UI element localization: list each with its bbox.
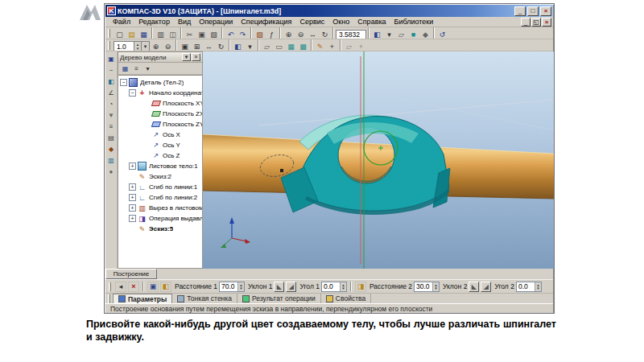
cut-icon[interactable]: ✂ <box>184 29 196 39</box>
spinner-icon[interactable]: ▴▾ <box>432 282 439 291</box>
zoom-in-icon[interactable]: ⊕ <box>150 41 162 51</box>
direction1-icon[interactable]: ◧ <box>160 282 171 292</box>
slope1-outward-icon[interactable]: ◢ <box>286 282 296 292</box>
tree-item[interactable]: + Листовое тело:1 <box>118 161 202 171</box>
tree-composition-icon[interactable]: ≡ <box>131 64 142 74</box>
pan-hand-icon[interactable]: ↔ <box>203 41 215 51</box>
spinner-icon[interactable]: ▴▾ <box>535 282 541 291</box>
paste-icon[interactable]: ▨ <box>208 29 220 39</box>
spinner-icon[interactable]: ▴▾ <box>134 42 141 51</box>
tree-panel-close-icon[interactable]: × <box>192 53 200 61</box>
menu-specification[interactable]: Спецификация <box>237 18 295 26</box>
zoom-out-icon[interactable]: ⊖ <box>162 41 174 51</box>
tree-item[interactable]: + Плоскость XY <box>118 98 202 109</box>
tree-item[interactable]: + ∟ Сгиб по линии:1 <box>118 182 202 192</box>
drag-handle[interactable] <box>280 169 283 172</box>
display-halftone-icon[interactable]: ▩ <box>297 41 309 51</box>
save-icon[interactable]: ▦ <box>138 29 150 39</box>
perspective-icon[interactable]: ◆ <box>419 29 431 39</box>
minimize-button[interactable]: _ <box>514 6 526 16</box>
edit-part-icon[interactable]: ▣ <box>106 54 117 64</box>
tree-item[interactable]: + Плоскость ZY <box>118 119 202 130</box>
conditional-marks-icon[interactable]: ◆ <box>106 144 117 154</box>
toolbar-grip[interactable] <box>108 41 110 50</box>
zoom-in-icon[interactable]: ⊕ <box>283 29 295 39</box>
distance2-input[interactable]: 30.0 ▴▾ <box>414 282 440 292</box>
measurements-icon[interactable]: ◔ <box>106 99 117 109</box>
print-icon[interactable]: ▥ <box>155 29 167 39</box>
tab-thin-wall[interactable]: Тонкая стенка <box>172 294 237 303</box>
angle2-input[interactable]: 0.0 ▴▾ <box>516 282 542 292</box>
rotate-icon[interactable]: ↻ <box>319 29 331 39</box>
expand-icon[interactable]: + <box>129 204 136 212</box>
tree-item[interactable]: + ∟ Сгиб по линии:2 <box>118 192 202 203</box>
menu-help[interactable]: Справка <box>353 18 390 26</box>
abort-command-icon[interactable]: × <box>128 282 139 292</box>
tab-properties[interactable]: Свойства <box>321 294 371 303</box>
sketch-reference-icon[interactable]: ▣ <box>147 282 159 292</box>
menu-view[interactable]: Вид <box>174 18 195 26</box>
expand-icon[interactable]: + <box>129 162 136 170</box>
tree-item[interactable]: + ◨ Операция выдавливания:1 <box>118 213 202 224</box>
rebuild-icon[interactable]: ↺ <box>436 29 448 39</box>
slope2-inward-icon[interactable]: ◣ <box>469 282 479 292</box>
undo-icon[interactable]: ↶ <box>225 29 237 39</box>
toolbar-grip[interactable] <box>108 29 110 38</box>
close-button[interactable]: × <box>540 6 551 16</box>
orientation-arrow-icon[interactable]: ▾ <box>244 41 256 51</box>
mdi-close-button[interactable]: × <box>542 18 551 27</box>
copy-icon[interactable]: ▣ <box>196 29 208 39</box>
toolbar-grip[interactable] <box>108 294 110 303</box>
zoom-selected-icon[interactable]: ▣ <box>179 41 191 51</box>
preview-icon[interactable]: ◫ <box>167 29 179 39</box>
document-manager-icon[interactable]: ▧ <box>254 29 266 39</box>
tree-item-selected[interactable]: + ✎ Эскиз:5 <box>118 224 202 234</box>
sheet-metal-icon[interactable]: ▥ <box>106 155 117 166</box>
shaded-icon[interactable]: ■ <box>407 29 419 39</box>
expand-icon[interactable]: + <box>129 215 136 222</box>
auxiliary-geometry-icon[interactable]: ∠ <box>106 88 117 98</box>
tree-relations-icon[interactable]: ▾ <box>142 64 153 74</box>
display-shaded-icon[interactable]: ▦ <box>285 41 297 51</box>
macro-elements-icon[interactable]: ● <box>106 167 117 177</box>
command-options-icon[interactable]: ◂ <box>115 282 126 292</box>
zoom-scale-combo[interactable]: 1.0▴▾▾ <box>114 41 150 51</box>
spinner-icon[interactable]: ▴▾ <box>340 282 346 291</box>
direction2-icon[interactable]: ◨ <box>355 282 366 292</box>
expand-icon[interactable]: + <box>129 194 136 201</box>
hide-axes-icon[interactable]: + <box>355 41 367 51</box>
build-panel-tab[interactable]: Построение <box>105 269 157 279</box>
specification-icon[interactable]: ≡ <box>106 121 117 132</box>
tree-panel-header[interactable]: Дерево модели ▾ × <box>118 52 202 63</box>
tree-item[interactable]: − + Начало координат <box>118 88 202 98</box>
tree-item[interactable]: + ↗ Ось Z <box>118 150 202 161</box>
3d-viewport[interactable] <box>203 51 554 269</box>
cursor-step-field[interactable]: 3.5832 <box>336 30 366 40</box>
tab-operation-result[interactable]: Результат операции <box>237 294 321 303</box>
filters-icon[interactable]: ▼ <box>106 110 117 121</box>
slope2-outward-icon[interactable]: ◢ <box>481 282 491 292</box>
spinner-icon[interactable]: ▴▾ <box>237 282 244 291</box>
reports-icon[interactable]: ▤ <box>106 133 117 143</box>
title-bar[interactable]: K КОМПАС-3D V10 (ЗАЩИТА) - [Шпингалет.m3… <box>105 5 553 17</box>
tree-panel-options-icon[interactable]: ▾ <box>182 53 191 61</box>
orientation-icon[interactable]: ◧ <box>371 29 383 39</box>
distance1-input[interactable]: 70.0 ▴▾ <box>219 282 245 292</box>
new-document-icon[interactable]: ▢ <box>114 29 126 39</box>
tree-item[interactable]: + ↗ Ось X <box>118 130 202 140</box>
angle1-input[interactable]: 0.0 ▴▾ <box>321 282 347 292</box>
mdi-minimize-button[interactable]: _ <box>521 18 530 27</box>
orientation-cube-icon[interactable]: ◧ <box>232 41 244 51</box>
zoom-all-icon[interactable]: ⊞ <box>191 41 203 51</box>
collapse-icon[interactable]: − <box>120 79 127 86</box>
sketch-mode-icon[interactable]: ✎ <box>314 41 326 51</box>
surfaces-icon[interactable]: ◧ <box>106 76 117 87</box>
expand-icon[interactable]: + <box>129 183 136 191</box>
dropdown-arrow-icon[interactable]: ▾ <box>141 42 149 51</box>
variables-icon[interactable]: ƒ <box>266 29 278 39</box>
hide-planes-icon[interactable]: ▱ <box>343 41 355 51</box>
redo-icon[interactable]: ↷ <box>237 29 249 39</box>
menu-window[interactable]: Окно <box>328 18 353 26</box>
wireframe-icon[interactable]: ▱ <box>395 29 407 39</box>
orientation-dropdown-icon[interactable]: ▾ <box>383 29 395 39</box>
